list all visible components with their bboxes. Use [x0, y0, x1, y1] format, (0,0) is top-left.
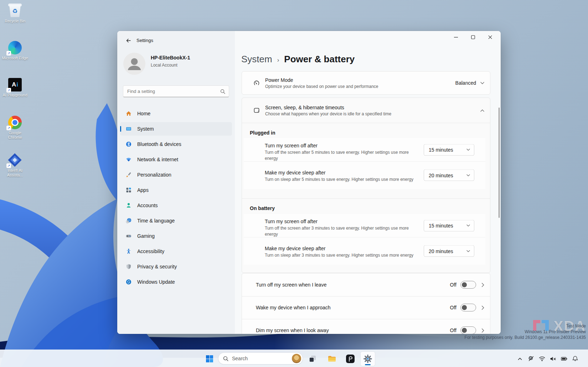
sidebar-item-label: Privacy & security [137, 264, 177, 269]
sidebar-item-label: Gaming [137, 233, 155, 239]
account-type: Local Account [151, 63, 177, 68]
setting-row-sleep-battery: Make my device sleep after Turn on sleep… [244, 237, 485, 265]
taskbar-search-box[interactable]: Search [218, 352, 303, 365]
sidebar-item-apps[interactable]: Apps [120, 183, 232, 197]
search-highlight-lion-icon[interactable] [292, 354, 301, 363]
sidebar-item-network-internet[interactable]: Network & internet [120, 153, 232, 166]
taskbar: Search [0, 350, 588, 367]
desktop-icon-intel-ai-assistant[interactable]: ↗ Intel® AI Assista... [1, 153, 29, 178]
watermark-test-mode: Test Mode [464, 324, 586, 329]
screen-off-battery-dropdown[interactable]: 15 minutes [424, 220, 474, 231]
bluetooth-icon [126, 141, 131, 147]
sidebar-item-label: Windows Update [137, 279, 175, 285]
power-mode-card[interactable]: Power Mode Optimize your device based on… [242, 71, 490, 95]
sidebar-item-label: Accessibility [137, 248, 164, 254]
desktop-icon-label: Google Chrome [1, 131, 29, 140]
accessibility-icon [126, 248, 131, 254]
minimize-icon [454, 35, 458, 39]
settings-taskbar-button[interactable] [361, 352, 375, 366]
tray-wifi-icon[interactable] [539, 356, 545, 362]
sidebar-nav: Home System Bluetooth & devices Network … [120, 107, 232, 290]
watermark-build-number: For testing purposes only. Build 26100.g… [464, 335, 586, 340]
desktop-icon-microsoft-edge[interactable]: ↗ Microsoft Edge [1, 41, 29, 61]
toggle-switch[interactable] [460, 304, 476, 311]
user-icon [123, 53, 145, 75]
file-explorer-button[interactable] [325, 352, 339, 366]
ai-playground-icon: Ai↗ [8, 78, 22, 92]
power-mode-value[interactable]: Balanced [455, 80, 476, 86]
search-input[interactable] [123, 89, 220, 94]
desktop-icon-ai-playground[interactable]: Ai↗ AI Playground [1, 78, 29, 98]
sidebar-item-bluetooth-devices[interactable]: Bluetooth & devices [120, 137, 232, 151]
setting-desc: Turn on sleep after 3 minutes to save en… [244, 252, 422, 258]
tray-volume-muted-icon[interactable] [550, 356, 556, 362]
chevron-right-icon[interactable] [481, 283, 484, 287]
toggle-row-wake-approach[interactable]: Wake my device when I approach Off [242, 296, 490, 319]
breadcrumb-chevron-icon: › [277, 57, 279, 64]
home-icon [126, 111, 131, 116]
desktop-icon-recycle-bin[interactable]: ♻ Recycle Bin [1, 4, 29, 23]
tray-notifications-bell-icon[interactable] [572, 356, 578, 362]
maximize-button[interactable] [465, 31, 481, 43]
sleep-battery-dropdown[interactable]: 20 minutes [424, 245, 474, 257]
tray-slashed-status-icon[interactable] [528, 356, 534, 362]
timeouts-title: Screen, sleep, & hibernate timeouts [265, 105, 391, 110]
sidebar-item-label: Apps [137, 187, 149, 193]
sidebar-item-accounts[interactable]: Accounts [120, 199, 232, 212]
toggle-state: Off [450, 327, 457, 333]
sidebar-item-time-language[interactable]: Time & language [120, 214, 232, 227]
tray-battery-icon[interactable] [561, 356, 567, 362]
sidebar-item-accessibility[interactable]: Accessibility [120, 245, 232, 258]
setting-desc: Turn off the screen after 3 minutes to s… [244, 225, 422, 237]
toggle-row-screen-off-leave[interactable]: Turn off my screen when I leave Off [242, 273, 490, 296]
watermark-build-name: Windows 11 Pro Insider Preview [464, 329, 586, 334]
breadcrumb-system[interactable]: System [241, 54, 272, 65]
folder-icon [327, 355, 337, 363]
chevron-down-icon [466, 174, 470, 176]
account-person-icon [126, 203, 131, 208]
close-button[interactable] [482, 31, 498, 43]
toggle-switch[interactable] [460, 281, 476, 289]
settings-search[interactable] [123, 85, 229, 97]
tray-chevron-up-icon[interactable] [517, 356, 523, 362]
back-button[interactable] [124, 37, 132, 44]
time-language-icon [126, 218, 131, 224]
sidebar-item-system[interactable]: System [120, 122, 232, 136]
section-on-battery: On battery [250, 205, 275, 211]
minimize-button[interactable] [448, 31, 464, 43]
sidebar-item-gaming[interactable]: Gaming [120, 229, 232, 243]
desktop-icon-google-chrome[interactable]: ↗ Google Chrome [1, 115, 29, 140]
xda-logo-icon [531, 318, 554, 333]
toggle-state: Off [450, 305, 457, 310]
dropdown-value: 20 minutes [424, 248, 466, 254]
page-title: Power & battery [284, 54, 355, 65]
timeouts-expander-header[interactable]: Screen, sleep, & hibernate timeouts Choo… [242, 98, 490, 123]
chevron-right-icon[interactable] [481, 305, 484, 310]
start-button[interactable] [202, 352, 217, 366]
sidebar-item-label: Time & language [137, 218, 175, 224]
chevron-down-icon [466, 225, 470, 227]
sidebar-item-privacy-security[interactable]: Privacy & security [120, 260, 232, 273]
toggle-row-dim-look-away[interactable]: Dim my screen when I look away Off [242, 319, 490, 334]
power-mode-desc: Optimize your device based on power use … [265, 84, 378, 89]
back-arrow-icon [125, 38, 131, 43]
search-icon [220, 89, 225, 94]
app-button-p[interactable] [343, 352, 357, 366]
gear-icon [363, 354, 372, 363]
sidebar-item-home[interactable]: Home [120, 107, 232, 120]
sidebar-item-windows-update[interactable]: Windows Update [120, 275, 232, 289]
chevron-up-icon[interactable] [480, 109, 484, 112]
scrollbar[interactable] [499, 108, 500, 218]
sidebar-item-label: Personalization [137, 172, 171, 178]
sleep-plugged-dropdown[interactable]: 20 minutes [424, 169, 474, 181]
task-view-button[interactable] [305, 352, 320, 366]
avatar[interactable] [123, 53, 145, 75]
brush-icon [126, 172, 131, 178]
sidebar-item-personalization[interactable]: Personalization [120, 168, 232, 182]
desktop-icon-label: Intel® AI Assista... [1, 168, 29, 178]
shield-icon [126, 264, 131, 269]
sidebar-item-label: Bluetooth & devices [137, 141, 181, 147]
chevron-down-icon[interactable] [480, 82, 484, 84]
screen-off-plugged-dropdown[interactable]: 15 minutes [424, 144, 474, 156]
taskbar-search-placeholder: Search [232, 356, 292, 361]
